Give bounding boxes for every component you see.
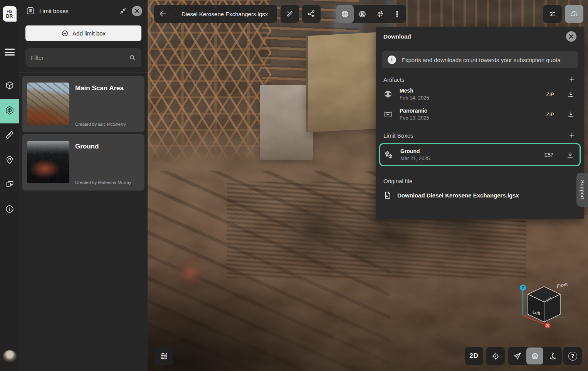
fly-mode-button[interactable]	[509, 347, 526, 364]
rail-item-info[interactable]	[0, 197, 19, 222]
info-icon	[5, 204, 15, 216]
section-divider	[383, 172, 576, 172]
navigation-mode-group	[508, 347, 562, 365]
download-original-file-link[interactable]: Download Diesel Kerosene Exchangers.lgsx	[383, 189, 576, 199]
add-artifact-button[interactable]	[567, 75, 576, 84]
limit-boxes-section: Limit Boxes	[376, 131, 584, 166]
rail-item-models[interactable]	[0, 74, 19, 99]
ruler-icon	[5, 130, 15, 142]
collapse-panel-button[interactable]	[117, 5, 129, 17]
limit-box-icon	[5, 105, 15, 117]
recenter-button[interactable]	[486, 347, 505, 365]
plus-icon	[569, 132, 575, 138]
add-limit-box-button[interactable]: Add limit box	[25, 25, 141, 41]
rail-item-limit-boxes[interactable]	[0, 99, 19, 123]
share-icon	[307, 10, 316, 18]
panel-title: Limit boxes	[39, 8, 117, 14]
filter-input[interactable]	[31, 54, 129, 61]
download-artifact-button[interactable]	[565, 88, 576, 100]
artifact-row-panoramic[interactable]: Panoramic Feb 13, 2025 ZIP	[383, 104, 576, 124]
limit-boxes-panel-header: Limit boxes	[19, 0, 148, 22]
limit-box-date: Mar 21, 2025	[400, 155, 544, 161]
download-limit-box-button[interactable]	[564, 149, 576, 160]
artifact-row-mesh[interactable]: Mesh Feb 14, 2025 ZIP	[383, 84, 576, 104]
limit-box-name: Ground	[400, 148, 544, 154]
panoramic-icon	[383, 110, 393, 119]
hxdr-logo[interactable]: Hx DR	[3, 6, 17, 22]
download-button[interactable]	[565, 5, 583, 23]
limit-boxes-heading: Limit Boxes	[383, 132, 413, 139]
download-artifact-button[interactable]	[565, 108, 576, 120]
download-panel-header: Download	[376, 27, 584, 46]
original-file-section: Original file Download Diesel Kerosene E…	[376, 172, 584, 199]
plus-icon	[569, 76, 575, 83]
textured-box-icon	[375, 10, 384, 19]
help-button[interactable]: ?	[563, 347, 582, 365]
limit-boxes-panel: Limit boxes Add limit box Main Scan Area…	[19, 0, 148, 371]
add-limit-box-export-button[interactable]	[567, 131, 576, 140]
share-button[interactable]	[302, 5, 321, 23]
artifact-name: Mesh	[400, 88, 546, 94]
search-icon	[129, 54, 136, 61]
artifacts-section: Artifacts Mesh Feb 14, 2025 ZIP	[376, 75, 584, 124]
orbit-mode-button[interactable]	[526, 347, 543, 364]
artifact-date: Feb 13, 2025	[400, 115, 546, 121]
plus-circle-icon	[61, 30, 69, 37]
walk-mode-button[interactable]	[544, 347, 561, 364]
support-tab-label: Support	[580, 180, 585, 199]
limit-box-format: E57	[544, 152, 553, 158]
axis-x-label: X	[546, 323, 549, 328]
artifacts-heading: Artifacts	[383, 76, 404, 83]
file-download-icon	[383, 191, 392, 199]
logo-text-bottom: DR	[6, 14, 13, 19]
paper-plane-icon	[513, 352, 522, 361]
highlighted-export-row: Ground Mar 21, 2025 E57	[379, 143, 581, 166]
rail-item-measure[interactable]	[0, 123, 19, 148]
close-panel-button[interactable]	[132, 6, 142, 16]
point-cloud-box-icon	[384, 150, 393, 159]
toggle-textured-mesh[interactable]	[371, 5, 388, 23]
street-view-icon	[548, 352, 557, 361]
mesh-sphere-icon	[383, 89, 393, 99]
toggle-mesh[interactable]	[354, 5, 371, 23]
mode-2d-button[interactable]: 2D	[465, 347, 483, 365]
limit-box-card-ground[interactable]: Ground Created by Makenna Murray	[22, 134, 144, 191]
original-file-link-label: Download Diesel Kerosene Exchangers.lgsx	[397, 192, 519, 199]
limit-box-title: Main Scan Area	[75, 84, 140, 92]
original-file-heading: Original file	[383, 178, 412, 184]
minimap-button[interactable]	[155, 347, 173, 365]
magic-wand-tool-button[interactable]	[281, 5, 299, 23]
file-title: Diesel Kerosene Exchangers.lgsx	[172, 5, 277, 23]
add-limit-box-label: Add limit box	[72, 30, 106, 37]
download-icon	[567, 111, 575, 118]
navigation-cube[interactable]: Left Front Top Z X	[519, 280, 570, 329]
back-button[interactable]	[154, 5, 172, 23]
cube-icon	[5, 81, 15, 92]
download-panel-title: Download	[383, 33, 411, 40]
rail-item-annotations[interactable]	[0, 148, 19, 173]
rail-item-exports[interactable]	[0, 173, 19, 197]
view-settings-button[interactable]	[543, 5, 562, 23]
artifact-name: Panoramic	[400, 108, 546, 114]
close-download-panel-button[interactable]	[566, 31, 576, 42]
info-icon: i	[388, 56, 396, 64]
limit-box-icon	[26, 7, 35, 15]
cube-label-front: Front	[557, 281, 568, 289]
toggle-point-cloud[interactable]	[336, 5, 354, 23]
viewer-title-bar: Diesel Kerosene Exchangers.lgsx	[154, 5, 277, 23]
support-tab[interactable]: Support	[576, 173, 588, 207]
map-pin-icon	[5, 155, 15, 166]
arrow-left-icon	[159, 10, 167, 18]
limit-box-author: Created by Makenna Murray	[75, 180, 140, 185]
mode-2d-label: 2D	[469, 352, 479, 360]
user-avatar[interactable]	[3, 350, 17, 364]
kebab-menu-icon	[393, 10, 402, 19]
close-icon	[134, 8, 139, 13]
viewer-more-menu[interactable]	[388, 5, 406, 23]
download-panel: Download i Exports and downloads count t…	[376, 27, 584, 219]
main-menu-button[interactable]	[5, 49, 15, 56]
download-icon	[567, 91, 575, 98]
axis-z-label: Z	[522, 285, 524, 290]
limit-box-card-main-scan-area[interactable]: Main Scan Area Created by Eric McSherry	[22, 76, 144, 132]
limit-box-row-ground[interactable]: Ground Mar 21, 2025 E57	[384, 145, 576, 164]
